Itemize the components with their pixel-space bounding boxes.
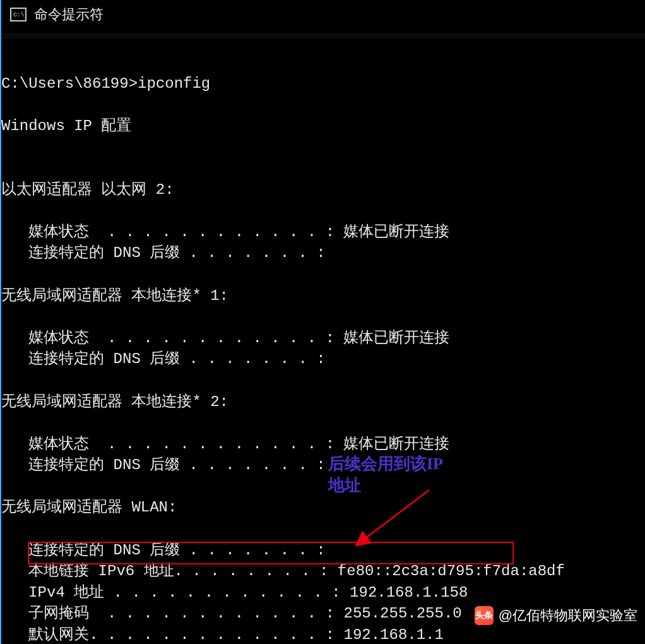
output-line: 媒体状态 . . . . . . . . . . . . : 媒体已断开连接 (1, 224, 449, 241)
adapter-title: 无线局域网适配器 本地连接* 1: (1, 287, 228, 304)
output-line: 连接特定的 DNS 后缀 . . . . . . . : (1, 456, 326, 474)
output-line: 本地链接 IPv6 地址. . . . . . . . : fe80::2c3a… (1, 563, 565, 580)
cmd-icon: C:\. (10, 8, 27, 21)
annotation-text: 后续会用到该IP 地址 (328, 453, 443, 496)
highlight-ipv4-box (28, 542, 514, 564)
adapter-title: 无线局域网适配器 WLAN: (1, 499, 177, 516)
output-line: 连接特定的 DNS 后缀 . . . . . . . : (1, 350, 326, 367)
output-line: 连接特定的 DNS 后缀 . . . . . . . : (1, 244, 326, 261)
title-bar[interactable]: C:\. 命令提示符 (0, 0, 645, 28)
output-line: 媒体状态 . . . . . . . . . . . . : 媒体已断开连接 (1, 436, 449, 453)
watermark: 头条 @亿佰特物联网实验室 (475, 606, 637, 625)
output-line: 默认网关. . . . . . . . . . . . . : 192.168.… (1, 626, 444, 643)
prompt-line: C:\Users\86199>ipconfig (1, 75, 210, 92)
adapter-title: 无线局域网适配器 本地连接* 2: (1, 393, 228, 410)
adapter-title: 以太网适配器 以太网 2: (1, 181, 174, 198)
output-line: 媒体状态 . . . . . . . . . . . . : 媒体已断开连接 (1, 330, 449, 347)
output-ipv4-line: IPv4 地址 . . . . . . . . . . . . : 192.16… (1, 584, 468, 601)
watermark-text: @亿佰特物联网实验室 (499, 606, 637, 625)
window-title: 命令提示符 (34, 5, 104, 24)
output-line: 子网掩码 . . . . . . . . . . . . : 255.255.2… (1, 605, 462, 622)
title-divider (1, 33, 645, 38)
toutiao-logo-icon: 头条 (475, 606, 494, 625)
output-header: Windows IP 配置 (1, 117, 131, 134)
